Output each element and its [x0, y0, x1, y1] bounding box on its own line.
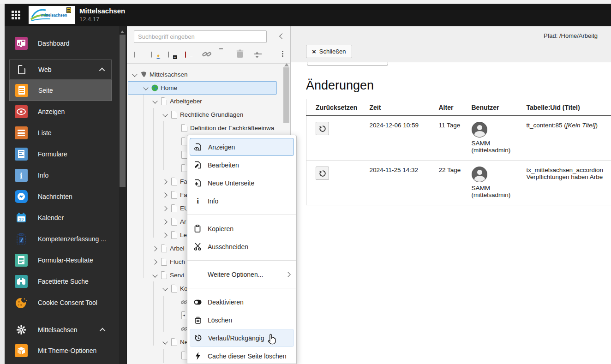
page-icon	[159, 244, 168, 253]
new-subpage-icon	[194, 179, 202, 187]
new-page-user-icon[interactable]	[151, 49, 160, 60]
modulemenu-toggle-button[interactable]	[6, 4, 25, 26]
context-menu-item-bearbeiten[interactable]: Bearbeiten	[187, 156, 296, 174]
sidebar-item-label: Formulare	[38, 150, 67, 158]
rollback-button[interactable]	[316, 122, 329, 135]
toolbar-divider	[127, 63, 290, 64]
chevron-down-icon[interactable]	[142, 84, 150, 92]
context-menu-item-cache-loeschen[interactable]: Cache dieser Seite löschen	[187, 347, 296, 364]
chevron-down-icon[interactable]	[161, 338, 169, 346]
chevron-right-icon[interactable]	[161, 231, 169, 239]
context-menu-item-kopieren[interactable]: Kopieren	[187, 220, 296, 238]
context-menu-item-verlauf[interactable]: Verlauf/Rückgängig	[190, 329, 294, 347]
chevron-down-icon[interactable]	[151, 97, 159, 106]
change-time: 2024-11-25 14:32	[360, 161, 430, 205]
link-icon[interactable]	[202, 49, 211, 60]
close-icon: ×	[312, 48, 316, 55]
column-header: Zeit	[360, 99, 430, 116]
sidebar-item-anzeigen[interactable]: Anzeigen	[9, 101, 116, 122]
context-menu-label: Bearbeiten	[208, 161, 239, 169]
brand-text: Mittelsachsen 12.4.17	[79, 7, 125, 23]
dashboard-icon	[15, 37, 28, 50]
chevron-right-icon[interactable]	[151, 245, 159, 253]
sidebar-item-kompetenzerfassung[interactable]: Kompetenzerfassung ...	[9, 228, 116, 250]
news-module-icon	[15, 190, 28, 203]
sidebar-item-facettierte-suche[interactable]: Facettierte Suche	[9, 271, 116, 292]
filter-toggle-icon[interactable]	[253, 50, 263, 60]
page-icon	[169, 338, 179, 347]
context-menu-item-deaktivieren[interactable]: Deaktivieren	[187, 293, 296, 311]
sidebar-group-web[interactable]: Web	[9, 60, 112, 80]
chevron-right-icon[interactable]	[161, 191, 169, 199]
rollback-button[interactable]	[316, 167, 329, 180]
tree-node[interactable]: Arbeitgeber	[127, 95, 277, 108]
new-shortcut-page-icon[interactable]	[168, 49, 177, 60]
changes-table: Zurücksetzen Zeit Alter Benutzer Tabelle…	[306, 99, 611, 205]
scroll-up-arrow-icon[interactable]	[284, 61, 289, 66]
sidebar-item-formulare[interactable]: Formulare	[9, 143, 116, 165]
docheader: Pfad: /Home/Arbeitg × Schließen	[291, 26, 611, 62]
chevron-right-icon[interactable]	[161, 178, 169, 186]
trash-icon[interactable]	[236, 49, 246, 60]
context-menu-item-loeschen[interactable]: Löschen	[187, 311, 296, 329]
sidebar-item-kalender[interactable]: 13 Kalender	[9, 207, 116, 228]
edit-icon	[194, 161, 202, 169]
collapse-pagetree-icon[interactable]	[277, 32, 286, 41]
sidebar-item-label: Cookie Consent Tool	[38, 299, 97, 306]
chevron-right-icon[interactable]	[161, 204, 169, 213]
chevron-down-icon[interactable]	[151, 271, 159, 280]
tree-node[interactable]: Rechtliche Grundlagen	[127, 108, 277, 121]
kebab-menu-icon[interactable]	[279, 48, 286, 59]
tree-node-root[interactable]: Mittelsachsen	[127, 68, 277, 81]
sidebar-item-label: Anzeigen	[38, 108, 65, 115]
tree-node-label: Mittelsachsen	[150, 71, 188, 78]
view-module-icon	[15, 105, 28, 118]
sidebar-group-mittelsachsen[interactable]: Mittelsachsen	[9, 320, 112, 340]
close-button[interactable]: × Schließen	[306, 45, 352, 58]
new-mountpoint-page-icon[interactable]: ←	[185, 49, 194, 60]
record-reference: tx_mittelsachsen_accordion	[527, 167, 611, 173]
folder-icon[interactable]	[219, 49, 228, 60]
chevron-right-icon[interactable]	[161, 218, 169, 226]
history-icon	[319, 125, 326, 132]
scrollbar-thumb[interactable]	[283, 67, 289, 123]
coat-of-arms-icon	[66, 7, 71, 13]
sidebar-item-liste[interactable]: Liste	[9, 122, 116, 143]
page-icon	[159, 257, 168, 267]
site-title: Mittelsachsen	[79, 7, 125, 16]
sidebar-item-seite[interactable]: Seite	[9, 80, 112, 101]
scrollbar-thumb[interactable]	[120, 35, 126, 187]
search-input[interactable]	[134, 30, 267, 43]
menu-divider	[187, 288, 296, 288]
page-icon	[159, 271, 168, 280]
column-header: Tabelle:Uid (Titel)	[517, 99, 611, 116]
chevron-down-icon[interactable]	[161, 285, 169, 293]
calendar-module-icon: 13	[15, 211, 28, 224]
site-brand[interactable]: mittelsachsen Mittelsachsen 12.4.17	[25, 4, 125, 26]
chevron-down-icon[interactable]	[131, 71, 139, 79]
context-menu-item-anzeigen[interactable]: Anzeigen	[190, 138, 294, 156]
chevron-right-icon[interactable]	[151, 258, 159, 266]
new-page-icon[interactable]	[134, 49, 143, 60]
sidebar-item-info[interactable]: i Info	[9, 165, 116, 186]
cookie-module-icon	[15, 296, 28, 309]
page-icon	[169, 231, 179, 240]
context-menu-item-neue-unterseite[interactable]: Neue Unterseite	[187, 174, 296, 192]
sidebar-item-nachrichten[interactable]: Nachrichten	[9, 186, 116, 207]
sidebar-item-cookie-consent[interactable]: Cookie Consent Tool	[9, 292, 116, 313]
context-menu-item-weitere-optionen[interactable]: Weitere Optionen...	[187, 265, 296, 283]
tree-node[interactable]: Definition der Fachkräfteeinwa	[127, 121, 277, 135]
page-icon	[169, 110, 179, 119]
chevron-down-icon[interactable]	[161, 111, 169, 119]
window-margin-left	[0, 4, 5, 364]
scroll-up-arrow-icon[interactable]	[120, 29, 124, 33]
flash-icon	[194, 352, 202, 360]
sidebar-item-dashboard[interactable]: Dashboard	[9, 33, 116, 54]
sidebar-item-formular-resultate[interactable]: Formular-Resultate	[9, 250, 116, 271]
tree-node-home[interactable]: Home	[128, 81, 277, 95]
sidebar-item-theme-optionen[interactable]: Mit Theme-Optionen	[9, 340, 116, 361]
context-menu-item-ausschneiden[interactable]: Ausschneiden	[187, 238, 296, 256]
context-menu-item-info[interactable]: i Info	[187, 192, 296, 210]
cut-icon	[194, 243, 202, 251]
modulemenu-scrollbar[interactable]	[119, 26, 126, 364]
